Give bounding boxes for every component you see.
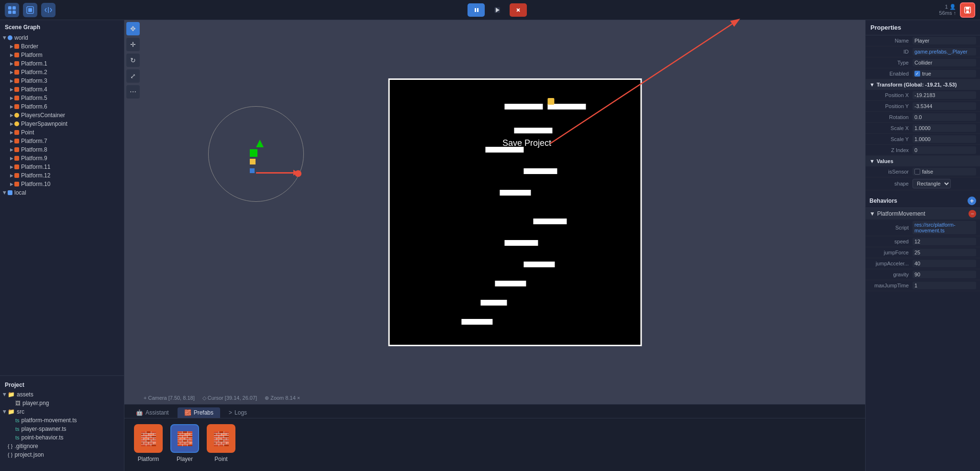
tree-item-gitignore[interactable]: ▶ { } .gitignore — [0, 442, 124, 450]
pause-button[interactable] — [489, 3, 506, 17]
tree-item-platform8[interactable]: ▶ Platform.8 — [0, 145, 124, 154]
jump-accel-value[interactable]: 40 — [913, 260, 976, 267]
arrow-platform12: ▶ — [9, 173, 14, 178]
border-icon — [14, 44, 19, 49]
play-button[interactable] — [468, 3, 485, 17]
jump-force-value[interactable]: 25 — [913, 249, 976, 256]
tree-item-assets[interactable]: ▶ 📁 assets — [0, 390, 124, 399]
tree-item-player-spawner[interactable]: ts player-spawner.ts — [0, 425, 124, 433]
tab-assistant[interactable]: 🤖 Assistant — [129, 407, 176, 418]
scene-graph-title: Scene Graph — [0, 20, 124, 33]
shape-select[interactable]: Rectangle Circle Polygon — [913, 179, 951, 188]
gizmo-red-dot — [295, 170, 301, 177]
ts2-icon: ts — [15, 426, 20, 432]
scale-tool-button[interactable]: ⤢ — [126, 69, 140, 83]
tree-item-platform3[interactable]: ▶ Platform.3 — [0, 77, 124, 85]
save-button[interactable] — [960, 2, 975, 18]
code-icon[interactable] — [41, 3, 56, 17]
platform-rect-7 — [533, 219, 567, 224]
gravity-value[interactable]: 90 — [913, 271, 976, 278]
prefab-point-icon: 🧱 — [207, 424, 235, 453]
is-sensor-label: isSensor — [869, 169, 913, 175]
prop-script-row: Script res://src/platform-movement.ts — [866, 219, 980, 236]
tree-item-platform6[interactable]: ▶ Platform.6 — [0, 102, 124, 111]
prop-id-row: ID game.prefabs._.Player — [866, 46, 980, 57]
tab-prefabs[interactable]: 🧱 Prefabs — [178, 407, 220, 418]
scene-icon[interactable] — [23, 3, 37, 17]
behaviors-section: Behaviors + — [866, 194, 980, 208]
platform1-icon — [14, 61, 19, 66]
prefabs-grid: 🧱 Platform 🧱 Player 🧱 Point — [124, 418, 865, 468]
tree-item-platform7[interactable]: ▶ Platform.7 — [0, 137, 124, 145]
tree-item-point[interactable]: ▶ Point — [0, 128, 124, 137]
stop-button[interactable] — [510, 3, 527, 17]
viewport-status-bar: + Camera [7.50, 8.18] ◇ Cursor [39.14, 2… — [144, 395, 300, 401]
z-index-label: Z Index — [869, 147, 913, 153]
prefab-point[interactable]: 🧱 Point — [207, 424, 235, 462]
gizmo-right-arrow — [256, 172, 294, 174]
tree-item-platform5[interactable]: ▶ Platform.5 — [0, 94, 124, 102]
tree-item-platform[interactable]: ▶ Platform — [0, 51, 124, 59]
tree-item-src[interactable]: ▶ 📁 src — [0, 407, 124, 416]
arrow-border: ▶ — [9, 44, 14, 49]
src-label: src — [17, 408, 24, 415]
tree-item-player-png[interactable]: 🖼 player.png — [0, 399, 124, 407]
scale-y-value[interactable]: 1.0000 — [913, 135, 976, 143]
position-x-label: Position X — [869, 92, 913, 98]
platform-rect-8 — [504, 240, 538, 246]
scale-x-value[interactable]: 1.0000 — [913, 124, 976, 132]
add-behavior-button[interactable]: + — [968, 197, 976, 205]
select-tool-button[interactable]: ✥ — [126, 22, 140, 35]
topbar-left — [5, 3, 56, 17]
arrow-platform4: ▶ — [9, 87, 14, 92]
speed-label: speed — [869, 239, 913, 244]
stats-display: 1 👤 56ms ↑ — [939, 4, 956, 16]
delete-behavior-button[interactable]: − — [969, 210, 976, 218]
arrow-world: ▶ — [2, 35, 8, 41]
move-tool-button[interactable]: ✛ — [126, 38, 140, 51]
platform-rect-11 — [480, 300, 507, 306]
tree-item-platform9[interactable]: ▶ Platform.9 — [0, 154, 124, 163]
behaviors-title: Behaviors — [869, 197, 897, 204]
tab-logs[interactable]: > Logs — [222, 407, 254, 418]
rotation-value[interactable]: 0.0 — [913, 113, 976, 121]
tree-item-project-json[interactable]: ▶ { } project.json — [0, 450, 124, 459]
bottom-panel: 🤖 Assistant 🧱 Prefabs > Logs 🧱 Platform — [124, 404, 865, 471]
position-x-value[interactable]: -19.2183 — [913, 91, 976, 99]
z-index-value[interactable]: 0 — [913, 146, 976, 154]
ts3-icon: ts — [15, 435, 20, 440]
is-sensor-checkbox[interactable] — [914, 169, 920, 175]
more-tool-button[interactable]: ⋯ — [126, 85, 140, 99]
tree-item-platform10[interactable]: ▶ Platform.10 — [0, 180, 124, 188]
enabled-checkbox[interactable]: ✓ — [914, 71, 920, 77]
rotate-tool-button[interactable]: ↻ — [126, 54, 140, 67]
tree-item-platform2[interactable]: ▶ Platform.2 — [0, 68, 124, 77]
prefab-player[interactable]: 🧱 Player — [170, 424, 199, 462]
viewport-wrapper[interactable]: + Camera [7.50, 8.18] ◇ Cursor [39.14, 2… — [124, 20, 865, 404]
tree-item-platform11[interactable]: ▶ Platform.11 — [0, 163, 124, 171]
tree-item-border[interactable]: ▶ Border — [0, 42, 124, 51]
json-icon: { } — [8, 452, 12, 458]
point-icon — [14, 130, 19, 135]
tree-item-platform4[interactable]: ▶ Platform.4 — [0, 85, 124, 94]
tree-item-local[interactable]: ▶ local — [0, 188, 124, 197]
file-icon: { } — [8, 443, 12, 449]
prop-z-index-row: Z Index 0 — [866, 145, 980, 156]
tree-item-player-spawnpoint[interactable]: ▶ PlayerSpawnpoint — [0, 120, 124, 128]
max-jump-time-value[interactable]: 1 — [913, 282, 976, 289]
tree-item-players-container[interactable]: ▶ PlayersContainer — [0, 111, 124, 120]
platform1-label: Platform.1 — [21, 60, 47, 67]
prop-rotation-row: Rotation 0.0 — [866, 112, 980, 123]
position-y-value[interactable]: -3.5344 — [913, 102, 976, 110]
tree-item-point-behavior[interactable]: ts point-behavior.ts — [0, 433, 124, 442]
speed-value[interactable]: 12 — [913, 238, 976, 245]
tree-item-platform-movement[interactable]: ts platform-movement.ts — [0, 416, 124, 425]
tree-item-platform1[interactable]: ▶ Platform.1 — [0, 59, 124, 68]
tree-item-platform12[interactable]: ▶ Platform.12 — [0, 171, 124, 180]
platform8-icon — [14, 147, 19, 152]
tree-item-world[interactable]: ▶ world — [0, 33, 124, 42]
editor-toolbar: ✥ ✛ ↻ ⤢ ⋯ — [126, 22, 140, 99]
grid-icon[interactable] — [5, 3, 19, 17]
prefab-platform[interactable]: 🧱 Platform — [134, 424, 163, 462]
game-canvas — [388, 78, 642, 346]
